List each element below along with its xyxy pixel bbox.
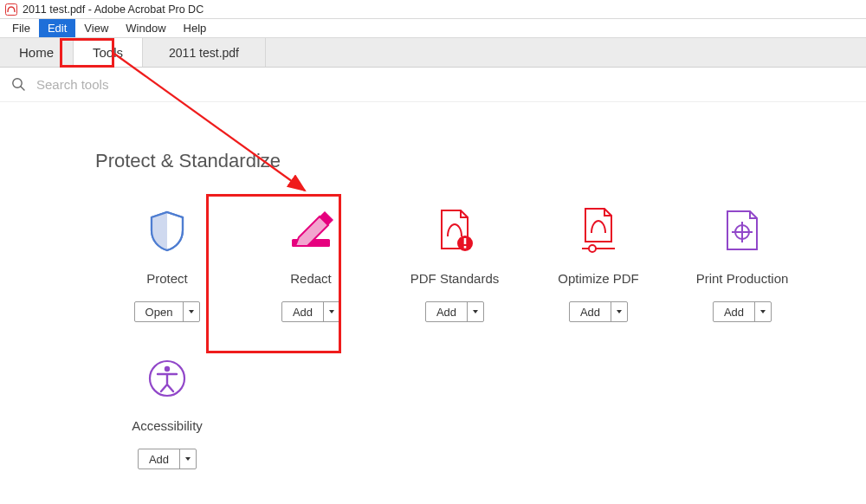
chevron-down-icon — [185, 457, 191, 461]
menu-bar: File Edit View Window Help — [0, 19, 866, 38]
pdf-standards-button[interactable]: Add — [425, 301, 484, 322]
protect-button-label[interactable]: Open — [135, 302, 184, 321]
svg-rect-8 — [464, 246, 467, 249]
optimize-pdf-button[interactable]: Add — [569, 301, 628, 322]
optimize-pdf-icon — [574, 207, 623, 255]
svg-point-15 — [165, 366, 170, 372]
redact-button-label[interactable]: Add — [282, 302, 324, 321]
search-bar — [0, 68, 866, 102]
chevron-down-icon — [189, 310, 194, 313]
tool-protect: Protect Open — [95, 197, 239, 344]
protect-button-dropdown[interactable] — [184, 302, 199, 321]
acrobat-icon — [5, 3, 17, 16]
chevron-down-icon — [760, 310, 766, 313]
accessibility-icon — [143, 354, 191, 403]
tool-label: PDF Standards — [410, 271, 500, 286]
svg-line-2 — [21, 87, 24, 90]
search-input[interactable] — [35, 76, 294, 93]
section-title: Protect & Standardize — [95, 150, 823, 172]
chevron-down-icon — [473, 310, 478, 313]
print-production-icon — [718, 207, 766, 255]
tab-home[interactable]: Home — [0, 38, 74, 67]
tool-label: Accessibility — [132, 418, 203, 433]
print-production-button-dropdown[interactable] — [755, 302, 771, 321]
main-content: Protect & Standardize Protect Open — [0, 102, 866, 504]
shield-icon — [143, 207, 191, 255]
chevron-down-icon — [617, 310, 622, 313]
tool-label: Optimize PDF — [558, 271, 638, 286]
tab-document[interactable]: 2011 test.pdf — [143, 38, 266, 67]
tool-print-production: Print Production Add — [670, 197, 814, 344]
title-bar: 2011 test.pdf - Adobe Acrobat Pro DC — [0, 0, 866, 19]
tool-label: Protect — [146, 271, 188, 286]
protect-button[interactable]: Open — [134, 301, 201, 322]
svg-rect-0 — [6, 3, 17, 15]
menu-view[interactable]: View — [75, 19, 117, 37]
accessibility-button-dropdown[interactable] — [180, 449, 196, 468]
tool-accessibility: Accessibility Add — [95, 344, 239, 491]
accessibility-button-label[interactable]: Add — [139, 449, 180, 468]
optimize-pdf-button-dropdown[interactable] — [611, 302, 627, 321]
tool-label: Redact — [290, 271, 332, 286]
menu-window[interactable]: Window — [117, 19, 174, 37]
tool-optimize-pdf: Optimize PDF Add — [527, 197, 670, 344]
pdf-standards-button-dropdown[interactable] — [468, 302, 483, 321]
svg-point-10 — [589, 245, 596, 252]
tool-redact: Redact Add — [239, 197, 383, 344]
tool-grid: Protect Open Redact Add — [95, 197, 823, 491]
search-icon — [10, 77, 26, 93]
chevron-down-icon — [329, 310, 334, 313]
pdf-standards-icon — [430, 207, 479, 255]
print-production-button-label[interactable]: Add — [714, 302, 755, 321]
tool-label: Print Production — [696, 271, 789, 286]
window-title: 2011 test.pdf - Adobe Acrobat Pro DC — [23, 3, 204, 16]
pdf-standards-button-label[interactable]: Add — [426, 302, 468, 321]
redact-button[interactable]: Add — [281, 301, 340, 322]
accessibility-button[interactable]: Add — [138, 449, 197, 469]
menu-help[interactable]: Help — [175, 19, 216, 37]
tab-tools[interactable]: Tools — [74, 38, 143, 67]
print-production-button[interactable]: Add — [713, 301, 772, 322]
tool-pdf-standards: PDF Standards Add — [383, 197, 527, 344]
menu-file[interactable]: File — [3, 19, 39, 37]
redact-icon — [287, 207, 335, 255]
tab-bar: Home Tools 2011 test.pdf — [0, 38, 866, 68]
menu-edit[interactable]: Edit — [39, 19, 75, 37]
redact-button-dropdown[interactable] — [324, 302, 339, 321]
optimize-pdf-button-label[interactable]: Add — [570, 302, 611, 321]
svg-rect-7 — [464, 238, 467, 244]
